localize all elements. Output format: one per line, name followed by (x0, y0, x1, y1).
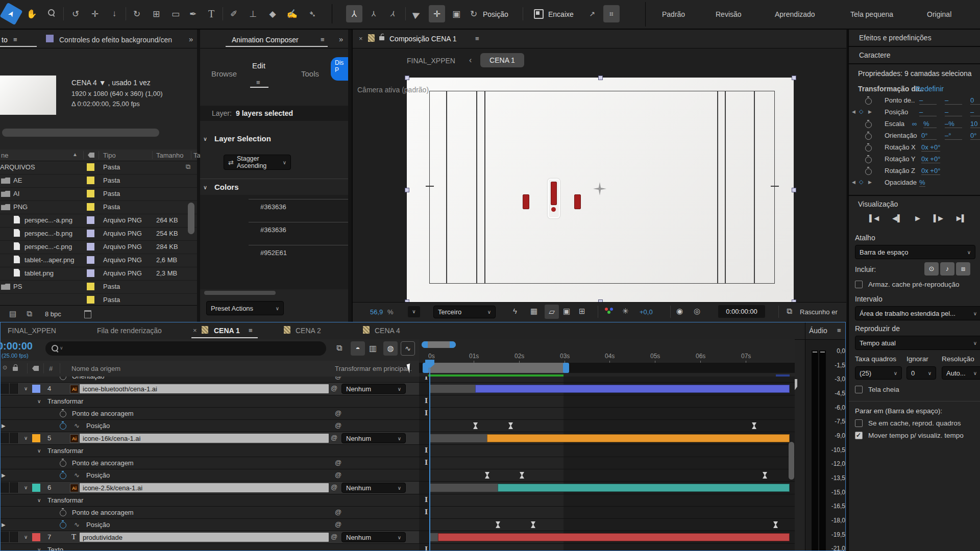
keyframe-marker[interactable] (425, 446, 428, 454)
graph-toggle-icon[interactable]: ∿ (74, 521, 80, 529)
prop-row-label[interactable]: Orientação (72, 377, 105, 380)
snap-checkbox[interactable] (534, 9, 544, 19)
prop-value[interactable]: 0° (970, 132, 980, 140)
exposure-icon[interactable]: ✳ (622, 307, 629, 316)
folder-swatch[interactable] (87, 203, 94, 211)
layer-color-swatch[interactable] (32, 533, 40, 541)
keyframe-nav-next-icon[interactable]: ▶ (868, 109, 872, 114)
stopwatch-icon[interactable] (60, 510, 66, 516)
gizmo-mode-label[interactable]: Posição (483, 10, 508, 18)
ignorar-dropdown[interactable]: 0 (906, 366, 936, 380)
prop-value[interactable]: % (919, 179, 925, 187)
movertempo-checkbox[interactable] (855, 432, 863, 439)
pick-whip-icon[interactable]: @ (331, 384, 337, 392)
stopwatch-icon[interactable] (865, 133, 872, 140)
ac-tab-tools[interactable]: Tools (301, 69, 319, 78)
expand-chevron-icon[interactable]: ∨ (24, 485, 28, 490)
brush-tool-icon[interactable]: ✐ (226, 5, 242, 22)
vu-meter-right[interactable] (819, 350, 826, 550)
show-snapshot-icon[interactable]: ◎ (694, 307, 700, 316)
workspace-aprendizado[interactable]: Aprendizado (775, 10, 815, 18)
layer-bar-red[interactable] (438, 533, 790, 541)
fullscreen-label[interactable]: Tela cheia (868, 386, 899, 393)
prop-value[interactable]: – (945, 96, 962, 105)
table-row[interactable]: Pasta (0, 293, 197, 305)
prop-value[interactable]: % (923, 120, 937, 128)
tab-fila-renderizacao[interactable]: Fila de renderização (97, 327, 162, 335)
view-layout-dropdown[interactable]: Terceiro (433, 306, 496, 318)
layer-name[interactable]: produtividade (80, 533, 329, 542)
mask-toggle-icon[interactable]: ▣ (563, 307, 570, 316)
table-row[interactable]: AI Pasta (0, 187, 197, 201)
shape-tool-icon[interactable]: ▭ (167, 5, 184, 22)
parent-dropdown[interactable]: Nenhum (341, 384, 406, 394)
view-axis-mode-icon[interactable]: ⅄ (382, 5, 403, 22)
pick-whip-icon[interactable]: @ (331, 533, 337, 540)
intervalo-dropdown[interactable]: Área de trabalho estendida pel... (855, 306, 980, 320)
fullscreen-checkbox[interactable] (855, 386, 863, 393)
keyframe-icon[interactable]: ◇ (859, 179, 863, 185)
include-overlays-button[interactable]: ⧈ (956, 262, 970, 276)
cache-label[interactable]: Armaz. cache pré-reprodução (868, 281, 960, 288)
type-tool-icon[interactable]: T (203, 5, 219, 22)
ac-menu-icon[interactable]: ≡ (321, 36, 325, 43)
file-swatch[interactable] (87, 243, 94, 251)
table-row[interactable]: perspec...-a.png Arquivo PNG 264 KB (0, 214, 197, 228)
zoom-dropdown-button[interactable]: ∨ (408, 306, 420, 317)
workspace-original[interactable]: Original (927, 10, 951, 18)
table-row[interactable]: ARQUIVOS Pasta ⧉ (0, 161, 197, 174)
seemcache-label[interactable]: Se em cache, reprod. quadros (868, 419, 961, 427)
gizmo-scale-icon[interactable]: ▣ (448, 5, 464, 22)
cache-checkbox[interactable] (855, 281, 863, 288)
layer-selection-header[interactable]: Layer Selection (214, 134, 271, 143)
viewer-zoom-value[interactable]: 56,9 (370, 308, 383, 316)
prop-value[interactable]: 0 (970, 96, 980, 105)
position-prop[interactable]: Posição (86, 471, 110, 479)
stopwatch-icon[interactable] (865, 145, 872, 152)
panel-overflow-icon[interactable]: » (189, 35, 193, 43)
keyframe-nav-prev-icon[interactable]: ◀ (852, 109, 855, 114)
layer-row[interactable]: ∨ 4 Ai icone-bluetooth/cena-1.ai @ Nenhu… (1, 383, 419, 395)
comp-network-icon[interactable]: ⧉ (336, 343, 342, 353)
prop-value[interactable]: 10 (970, 120, 980, 128)
workspace-tela-pequena[interactable]: Tela pequena (850, 10, 893, 18)
include-video-button[interactable]: ⊙ (924, 262, 939, 276)
stopwatch-active-icon[interactable] (60, 423, 66, 430)
col-type[interactable]: Tipo (103, 152, 116, 159)
col-size[interactable]: Tamanho (156, 152, 183, 159)
file-swatch[interactable] (87, 216, 94, 224)
stopwatch-icon[interactable] (60, 411, 66, 417)
layer-name[interactable]: icone-2.5k/cena-1.ai (80, 483, 329, 492)
gizmo-select-icon[interactable]: ▶ (405, 3, 427, 25)
gizmo-rotate-icon[interactable]: ↻ (465, 5, 482, 22)
graph-toggle-icon[interactable]: ∿ (74, 422, 80, 430)
logo-center-selection[interactable] (548, 179, 560, 218)
movertempo-label[interactable]: Mover tempo p/ visualiz. tempo (868, 432, 964, 439)
world-axis-mode-icon[interactable]: ⅄ (365, 5, 382, 22)
motion-blur-icon[interactable]: ◍ (383, 341, 398, 356)
prop-value[interactable]: –° (945, 132, 962, 140)
link-icon[interactable]: ∞ (912, 120, 917, 128)
selection-tool-icon[interactable]: ➤ (0, 3, 23, 26)
exposure-value[interactable]: +0,0 (640, 308, 653, 316)
rotation-tool-icon[interactable]: ↻ (129, 5, 145, 22)
tab-cena1[interactable]: CENA 1 (214, 327, 240, 335)
layer-row[interactable]: ∨ 6 Ai icone-2.5k/cena-1.ai @ Nenhum (1, 482, 419, 494)
keyframe-marker[interactable] (425, 397, 428, 405)
dolly-camera-tool-icon[interactable]: ↓ (106, 5, 122, 22)
resolucao-dropdown[interactable]: Auto... (942, 366, 980, 380)
prop-label[interactable]: Opacidade (885, 179, 917, 186)
layer-bar-orange[interactable] (487, 434, 790, 442)
prop-label[interactable]: Ponto de.. (885, 96, 915, 104)
col-name[interactable]: ne (1, 152, 8, 159)
folder-swatch[interactable] (87, 283, 94, 290)
group-chevron-icon[interactable]: ∨ (37, 497, 41, 503)
ac-tab-browse[interactable]: Browse (211, 69, 237, 78)
keyframe-icon[interactable] (473, 422, 478, 429)
text-group[interactable]: Texto (47, 546, 63, 551)
tab-cena4[interactable]: CENA 4 (375, 327, 400, 335)
layer-name[interactable]: icone-bluetooth/cena-1.ai (80, 384, 329, 393)
vu-meter-left[interactable] (812, 350, 818, 550)
puppet-pin-tool-icon[interactable]: ➴ (304, 5, 321, 22)
group-chevron-icon[interactable]: ∨ (37, 398, 41, 404)
